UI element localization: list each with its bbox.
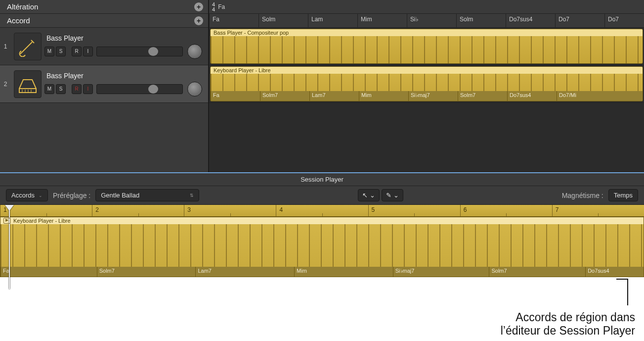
timesig-num: 4	[212, 2, 215, 7]
track-row[interactable]: 2 Bass Player M S R I	[0, 65, 208, 103]
midi-notes	[211, 36, 643, 63]
chevron-down-icon: ⌄	[370, 192, 375, 199]
session-player-title: Session Player	[0, 173, 644, 186]
editor-ruler[interactable]: 1234567	[0, 205, 644, 217]
ruler-bar[interactable]: 2	[92, 205, 184, 216]
chord-cell[interactable]: Solm	[258, 14, 308, 27]
volume-slider[interactable]	[96, 47, 183, 56]
ruler-bar[interactable]: 7	[552, 205, 644, 216]
region-clip[interactable]: Keyboard Player - Libre FaSolm7Lam7MimSi…	[210, 66, 643, 101]
track-name: Bass Player	[44, 72, 205, 80]
snap-label: Magnétisme :	[562, 192, 603, 199]
alteration-label: Altération	[7, 2, 38, 11]
clip-title: Bass Player - Compositeur pop	[211, 29, 643, 36]
midi-notes	[211, 74, 643, 91]
pan-knob[interactable]	[187, 82, 202, 97]
piano-icon	[14, 70, 42, 98]
region-lane[interactable]: Bass Player - Compositeur pop	[209, 28, 644, 65]
add-accord-button[interactable]: +	[194, 16, 203, 25]
ruler-bar[interactable]: 6	[460, 205, 552, 216]
chord-cell[interactable]: Do7/Mi	[557, 91, 606, 101]
track-number: 2	[0, 81, 11, 88]
chord-cell[interactable]: Do7sus4	[585, 267, 644, 277]
timesig-den: 4	[212, 7, 215, 12]
editor-toolbar: Accords ⌄ Préréglage : Gentle Ballad ⇅ ↖…	[0, 186, 644, 205]
chord-cell[interactable]: Solm7	[97, 267, 196, 277]
key-label: Fa	[218, 3, 225, 10]
region-chord-row[interactable]: FaSolm7Lam7MimSi♭maj7Solm7Do7sus4	[0, 267, 644, 277]
global-track-alteration: Altération +	[0, 0, 208, 14]
chord-cell[interactable]: Solm	[456, 14, 506, 27]
volume-slider[interactable]	[96, 84, 183, 94]
updown-icon: ⇅	[190, 193, 194, 198]
mute-button[interactable]: M	[44, 84, 54, 94]
accords-dropdown[interactable]: Accords ⌄	[6, 189, 48, 201]
solo-button[interactable]: S	[56, 84, 66, 94]
track-row[interactable]: 1 Bass Player M S R I	[0, 28, 208, 65]
chord-cell[interactable]: Solm7	[489, 267, 585, 277]
ruler-bar[interactable]: 5	[368, 205, 460, 216]
chord-cell[interactable]: Mim	[359, 91, 408, 101]
chord-cell[interactable]: Fa	[0, 267, 97, 277]
arrange-area[interactable]: 4 4 Fa FaSolmLamMimSi♭SolmDo7sus4Do7Do7 …	[209, 0, 644, 172]
global-track-accord: Accord +	[0, 14, 208, 28]
time-signature-row: 4 4 Fa	[209, 0, 644, 14]
ruler-bar[interactable]: 3	[184, 205, 276, 216]
pencil-icon: ✎	[386, 192, 391, 199]
add-alteration-button[interactable]: +	[194, 2, 203, 11]
input-button[interactable]: I	[83, 84, 93, 94]
chord-cell[interactable]: Mim	[294, 267, 393, 277]
chevron-down-icon: ⌄	[39, 193, 43, 198]
chord-cell[interactable]: Do7sus4	[506, 14, 555, 27]
clip-title: Keyboard Player - Libre	[211, 67, 643, 74]
global-chord-track[interactable]: FaSolmLamMimSi♭SolmDo7sus4Do7Do7	[209, 14, 644, 28]
track-name: Bass Player	[44, 34, 205, 42]
chord-cell[interactable]: Mim	[357, 14, 407, 27]
region-chord-row[interactable]: FaSolm7Lam7MimSi♭maj7Solm7Do7sus4Do7/Mi	[211, 91, 643, 101]
ruler-bar[interactable]: 4	[276, 205, 368, 216]
track-header-panel: Altération + Accord + 1 Bass Player M S …	[0, 0, 209, 172]
chord-cell[interactable]: Si♭maj7	[393, 267, 489, 277]
chord-cell[interactable]: Fa	[211, 91, 260, 101]
record-button[interactable]: R	[72, 47, 82, 56]
track-number: 1	[0, 43, 11, 50]
editor-region-clip[interactable]: Keyboard Player - Libre FaSolm7Lam7MimSi…	[0, 217, 644, 277]
pointer-tool[interactable]: ↖ ⌄	[358, 189, 380, 201]
ruler-bar[interactable]: 1	[0, 205, 92, 216]
chord-cell[interactable]: Solm7	[260, 91, 309, 101]
chevron-down-icon: ⌄	[393, 192, 399, 199]
chord-cell[interactable]: Solm7	[458, 91, 507, 101]
preset-dropdown[interactable]: Gentle Ballad ⇅	[95, 189, 199, 201]
chord-cell[interactable]: Lam	[308, 14, 357, 27]
accord-label: Accord	[7, 16, 30, 25]
loop-icon	[3, 218, 10, 224]
chord-cell[interactable]: Si♭maj7	[408, 91, 458, 101]
chord-cell[interactable]: Do7sus4	[507, 91, 557, 101]
chord-cell[interactable]: Lam7	[195, 267, 294, 277]
chord-cell[interactable]: Lam7	[309, 91, 359, 101]
guitar-icon	[14, 33, 42, 60]
input-button[interactable]: I	[83, 47, 93, 56]
midi-notes	[0, 224, 644, 267]
chord-cell[interactable]: Si♭	[407, 14, 456, 27]
editor-lane[interactable]: 1234567 Keyboard Player - Libre FaSolm7L…	[0, 205, 644, 277]
preset-label: Préréglage :	[53, 192, 90, 199]
region-lane[interactable]: Keyboard Player - Libre FaSolm7Lam7MimSi…	[209, 65, 644, 103]
mute-button[interactable]: M	[44, 47, 54, 56]
chord-cell[interactable]: Do7	[555, 14, 604, 27]
editor-clip-title: Keyboard Player - Libre	[13, 218, 71, 224]
chord-cell[interactable]: Fa	[209, 14, 258, 27]
chord-cell[interactable]: Do7	[604, 14, 644, 27]
pan-knob[interactable]	[187, 44, 202, 59]
snap-dropdown[interactable]: Temps	[608, 189, 638, 201]
pencil-tool[interactable]: ✎ ⌄	[382, 189, 403, 201]
record-button[interactable]: R	[72, 84, 82, 94]
region-clip[interactable]: Bass Player - Compositeur pop	[210, 29, 643, 64]
pointer-icon: ↖	[362, 192, 368, 199]
solo-button[interactable]: S	[56, 47, 66, 56]
